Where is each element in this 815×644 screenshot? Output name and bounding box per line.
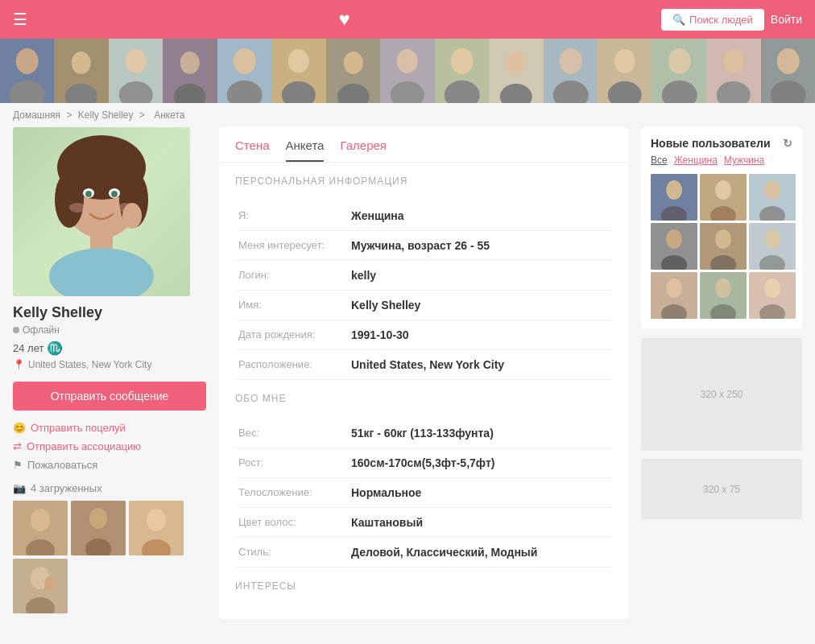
tab-wall[interactable]: Стена: [235, 138, 270, 162]
filter-all[interactable]: Все: [651, 155, 668, 166]
field-value: 1991-10-30: [348, 320, 612, 350]
table-row: Расположение:United States, New York Cit…: [235, 350, 612, 380]
svg-point-98: [764, 279, 780, 298]
search-people-button[interactable]: 🔍 Поиск людей: [661, 9, 764, 31]
new-user-thumb-4[interactable]: [651, 223, 697, 270]
camera-icon: 📷: [13, 482, 26, 494]
field-label: Логин:: [235, 261, 348, 291]
interests-section: ИНТЕРЕСЫ: [219, 580, 628, 619]
strip-photo-6[interactable]: [271, 39, 325, 103]
field-label: Стиль:: [235, 538, 348, 568]
strip-photo-9[interactable]: [435, 39, 489, 103]
strip-photo-4[interactable]: [163, 39, 217, 103]
breadcrumb: Домашняя > Kelly Shelley > Анкета: [0, 103, 815, 127]
menu-icon[interactable]: ☰: [13, 10, 27, 29]
about-me-table: Вес:51кг - 60кг (113-133фунта)Рост:160см…: [235, 419, 612, 568]
svg-point-64: [89, 508, 107, 529]
strip-photo-3[interactable]: [109, 39, 163, 103]
thumb-3[interactable]: [129, 501, 184, 555]
field-value: Нормальное: [348, 478, 612, 508]
breadcrumb-user[interactable]: Kelly Shelley: [78, 109, 134, 121]
field-value: Каштановый: [348, 508, 612, 538]
location-text: United States, New York City: [28, 359, 151, 370]
strip-photo-2[interactable]: [54, 39, 108, 103]
strip-photo-12[interactable]: [598, 39, 652, 103]
strip-photo-14[interactable]: [706, 39, 760, 103]
login-button[interactable]: Войти: [771, 13, 802, 26]
strip-photo-15[interactable]: [761, 39, 815, 103]
tab-profile[interactable]: Анкета: [286, 138, 325, 162]
table-row: Имя:Kelly Shelley: [235, 291, 612, 320]
svg-point-43: [776, 48, 799, 74]
strip-photo-8[interactable]: [380, 39, 434, 103]
refresh-icon[interactable]: ↻: [783, 137, 792, 150]
field-label: Цвет волос:: [235, 508, 348, 538]
field-label: Телосложение:: [235, 478, 348, 508]
main-layout: Kelly Shelley Офлайн 24 лет ♏ 📍 United S…: [0, 127, 815, 632]
association-icon: ⇄: [13, 440, 22, 452]
svg-point-55: [85, 191, 92, 197]
new-user-thumb-9[interactable]: [749, 272, 796, 319]
thumb-1[interactable]: [13, 501, 68, 555]
new-users-box: Новые пользователи ↻ Все Женщина Мужчина: [641, 127, 802, 328]
svg-point-22: [397, 49, 418, 73]
profile-tabs: Стена Анкета Галерея: [219, 127, 628, 163]
new-user-thumb-1[interactable]: [651, 174, 697, 221]
kiss-icon: 😊: [13, 422, 26, 434]
send-association-link[interactable]: ⇄ Отправить ассоциацию: [13, 440, 206, 452]
tab-gallery[interactable]: Галерея: [340, 138, 387, 162]
photo-count-text: 4 загруженных: [31, 482, 102, 494]
table-row: Я:Женщина: [235, 201, 612, 231]
send-message-button[interactable]: Отправить сообщение: [13, 382, 206, 411]
filter-female[interactable]: Женщина: [674, 155, 718, 166]
svg-point-16: [288, 49, 309, 73]
report-link[interactable]: ⚑ Пожаловаться: [13, 459, 206, 471]
filter-male[interactable]: Мужчина: [724, 155, 764, 166]
svg-point-80: [764, 180, 780, 200]
header: ☰ ♥ 🔍 Поиск людей Войти: [0, 0, 815, 39]
new-user-thumb-3[interactable]: [749, 174, 796, 221]
field-label: Имя:: [235, 291, 348, 320]
header-actions: 🔍 Поиск людей Войти: [661, 9, 802, 31]
field-label: Вес:: [235, 419, 348, 448]
photo-count-line: 📷 4 загруженных: [13, 482, 206, 494]
svg-point-4: [72, 52, 91, 74]
new-user-thumb-5[interactable]: [700, 223, 747, 270]
table-row: Вес:51кг - 60кг (113-133фунта): [235, 419, 612, 448]
strip-photo-1[interactable]: [0, 39, 54, 103]
field-value: Мужчина, возраст 26 - 55: [348, 231, 612, 261]
about-me-section: ОБО МНЕ Вес:51кг - 60кг (113-133фунта)Ро…: [219, 393, 628, 580]
strip-photo-13[interactable]: [652, 39, 706, 103]
new-user-thumb-6[interactable]: [749, 223, 796, 270]
strip-photo-11[interactable]: [544, 39, 598, 103]
svg-point-7: [126, 49, 147, 73]
svg-point-92: [666, 279, 682, 298]
svg-point-34: [614, 49, 635, 73]
breadcrumb-current: Анкета: [154, 109, 184, 121]
field-value: 51кг - 60кг (113-133фунта): [348, 419, 612, 448]
strip-photo-5[interactable]: [217, 39, 271, 103]
svg-point-37: [668, 48, 690, 74]
thumb-4[interactable]: [13, 559, 68, 613]
field-value: United States, New York City: [348, 350, 612, 380]
svg-point-10: [180, 52, 200, 74]
zodiac-icon: ♏: [47, 341, 63, 356]
new-user-thumb-7[interactable]: [651, 272, 697, 319]
svg-point-67: [147, 509, 166, 531]
status-line: Офлайн: [13, 324, 206, 336]
personal-info-section: ПЕРСОНАЛЬНАЯ ИНФОРМАЦИЯ Я:ЖенщинаМеня ин…: [219, 163, 628, 393]
interests-title: ИНТЕРЕСЫ: [235, 580, 612, 598]
svg-point-74: [666, 180, 682, 200]
strip-photo-7[interactable]: [326, 39, 380, 103]
age-text: 24 лет: [13, 342, 43, 354]
filter-links: Все Женщина Мужчина: [651, 155, 792, 166]
thumb-2[interactable]: [71, 501, 126, 555]
svg-point-19: [344, 52, 363, 74]
breadcrumb-home[interactable]: Домашняя: [13, 109, 60, 121]
new-user-thumb-8[interactable]: [700, 272, 747, 319]
send-kiss-link[interactable]: 😊 Отправить поцелуй: [13, 422, 206, 434]
field-label: Дата рождения:: [235, 320, 348, 350]
status-dot: [13, 327, 19, 333]
new-user-thumb-2[interactable]: [700, 174, 747, 221]
strip-photo-10[interactable]: [489, 39, 543, 103]
